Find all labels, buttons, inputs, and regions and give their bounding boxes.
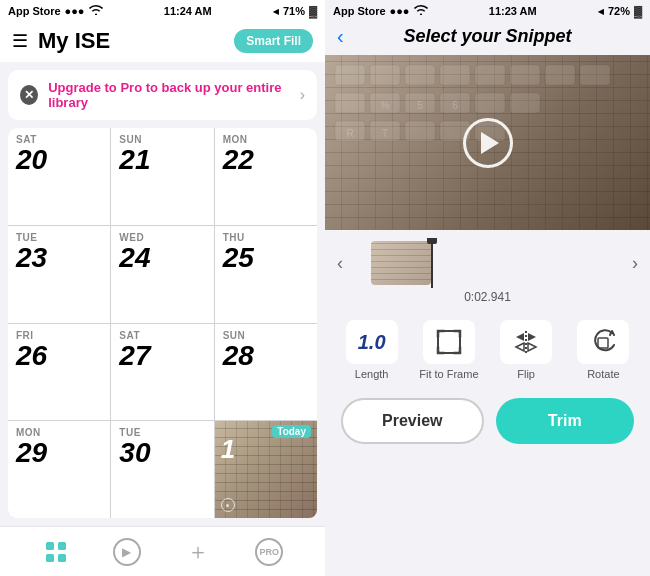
svg-rect-3 [58, 554, 66, 562]
timeline-track[interactable] [351, 238, 624, 288]
grid-tab-button[interactable] [42, 538, 70, 566]
svg-text:%: % [381, 100, 390, 111]
video-play-button[interactable] [463, 118, 513, 168]
calendar-cell-sun-28[interactable]: SUN 28 [215, 324, 317, 421]
day-number: 1 [221, 434, 235, 464]
right-signal-icon: ●●● [390, 5, 410, 17]
left-status-left: App Store ●●● [8, 5, 103, 17]
back-button[interactable]: ‹ [337, 25, 344, 48]
preview-button[interactable]: Preview [341, 398, 484, 444]
tool-rotate[interactable]: Rotate [573, 320, 633, 380]
pro-label: Pro [120, 80, 142, 95]
tool-length[interactable]: 1.0 Length [342, 320, 402, 380]
svg-rect-28 [438, 331, 460, 353]
svg-rect-16 [475, 93, 505, 113]
timeline-next-button[interactable]: › [628, 253, 642, 274]
svg-rect-0 [46, 542, 54, 550]
calendar-cell-fri-26[interactable]: FRI 26 [8, 324, 110, 421]
upgrade-text: Upgrade to Pro to back up your entire li… [48, 80, 300, 110]
calendar-cell-mon-22[interactable]: MON 22 [215, 128, 317, 225]
smart-fill-button[interactable]: Smart Fill [234, 29, 313, 53]
tool-length-label: Length [355, 368, 389, 380]
calendar-cell-wed-24[interactable]: WED 24 [111, 226, 213, 323]
day-number: 26 [16, 341, 102, 372]
calendar-cell-mon-29[interactable]: MON 29 [8, 421, 110, 518]
hamburger-icon[interactable]: ☰ [12, 30, 28, 52]
right-time: 11:23 AM [489, 5, 537, 17]
day-number: 23 [16, 243, 102, 274]
calendar-cell-tue-23[interactable]: TUE 23 [8, 226, 110, 323]
calendar-cell-sat-27[interactable]: SAT 27 [111, 324, 213, 421]
tool-fit-box [423, 320, 475, 364]
play-icon: ▶ [122, 545, 131, 559]
timeline-prev-button[interactable]: ‹ [333, 253, 347, 274]
upgrade-banner-left: ✕ Upgrade to Pro to back up your entire … [20, 80, 300, 110]
svg-rect-17 [510, 93, 540, 113]
calendar-cell-tue-30[interactable]: TUE 30 [111, 421, 213, 518]
day-number: 25 [223, 243, 309, 274]
svg-rect-7 [440, 65, 470, 85]
left-status-bar: App Store ●●● 11:24 AM ◂ 71% ▓ [0, 0, 325, 22]
upgrade-chevron-icon: › [300, 86, 305, 104]
svg-text:6: 6 [452, 100, 458, 111]
rotate-icon [590, 329, 616, 355]
tools-row: 1.0 Length Fit to Frame [325, 308, 650, 388]
day-number: 30 [119, 438, 205, 469]
left-header: ☰ My ISE Smart Fill [0, 22, 325, 62]
left-bottom-bar: ▶ ＋ PRO [0, 526, 325, 576]
tool-flip[interactable]: Flip [496, 320, 556, 380]
upgrade-text-before: Upgrade to [48, 80, 120, 95]
svg-rect-34 [598, 338, 608, 348]
svg-marker-32 [516, 343, 524, 351]
left-wifi-icon [89, 5, 103, 17]
calendar-cell-today-1[interactable]: 1 Today [215, 421, 317, 518]
play-button[interactable]: ▶ [113, 538, 141, 566]
timeline-area: ‹ › 0:02.941 [325, 230, 650, 308]
calendar-cell-sun-21[interactable]: SUN 21 [111, 128, 213, 225]
svg-rect-10 [545, 65, 575, 85]
calendar-cell-sat-20[interactable]: SAT 20 [8, 128, 110, 225]
plus-icon: ＋ [187, 537, 209, 567]
pro-badge-button[interactable]: PRO [255, 538, 283, 566]
upgrade-banner[interactable]: ✕ Upgrade to Pro to back up your entire … [8, 70, 317, 120]
calendar-cell-thu-25[interactable]: THU 25 [215, 226, 317, 323]
timeline-cursor [431, 238, 433, 288]
svg-rect-5 [370, 65, 400, 85]
right-page-title: Select your Snippet [403, 26, 571, 47]
right-panel: App Store ●●● 11:23 AM ◂ 72% ▓ ‹ Select … [325, 0, 650, 576]
timecode-label: 0:02.941 [464, 290, 511, 304]
left-status-right: ◂ 71% ▓ [273, 5, 317, 18]
day-number: 27 [119, 341, 205, 372]
fit-to-frame-icon [436, 329, 462, 355]
app-title: My ISE [38, 28, 110, 54]
svg-rect-12 [335, 93, 365, 113]
tool-length-value: 1.0 [358, 331, 386, 354]
tool-fit-to-frame[interactable]: Fit to Frame [419, 320, 479, 380]
timeline-row: ‹ › [325, 238, 650, 288]
left-carrier: App Store [8, 5, 61, 17]
left-signal-icon: ●●● [65, 5, 85, 17]
day-number: 22 [223, 145, 309, 176]
svg-marker-33 [528, 343, 536, 351]
timeline-thumbnail [371, 241, 431, 285]
svg-marker-31 [528, 333, 536, 341]
flip-icon [513, 329, 539, 355]
close-banner-button[interactable]: ✕ [20, 85, 38, 105]
tool-flip-label: Flip [517, 368, 535, 380]
today-badge: Today [272, 425, 311, 438]
svg-text:R: R [346, 128, 353, 139]
svg-rect-20 [405, 121, 435, 141]
right-carrier: App Store [333, 5, 386, 17]
pro-badge-label: PRO [260, 547, 280, 557]
day-label: FRI [16, 330, 102, 341]
left-time: 11:24 AM [164, 5, 212, 17]
svg-text:T: T [382, 128, 388, 139]
right-bottom-buttons: Preview Trim [325, 388, 650, 460]
left-location-icon: ◂ [273, 5, 279, 18]
trim-button[interactable]: Trim [496, 398, 635, 444]
svg-marker-30 [516, 333, 524, 341]
add-button[interactable]: ＋ [184, 538, 212, 566]
right-status-bar: App Store ●●● 11:23 AM ◂ 72% ▓ [325, 0, 650, 22]
tool-fit-label: Fit to Frame [419, 368, 478, 380]
day-number: 24 [119, 243, 205, 274]
